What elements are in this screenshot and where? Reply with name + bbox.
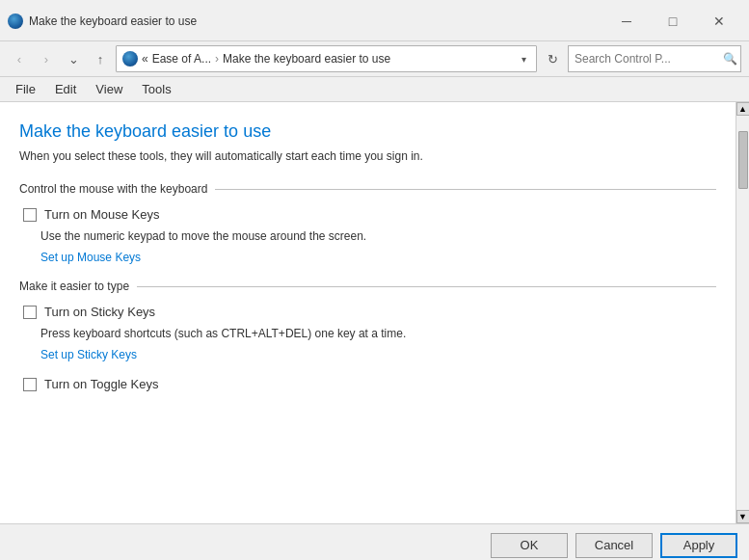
setup-mouse-keys-link[interactable]: Set up Mouse Keys — [40, 251, 716, 264]
sticky-keys-checkbox[interactable] — [23, 306, 37, 319]
menu-edit[interactable]: Edit — [47, 79, 84, 99]
dropdown-button[interactable]: ⌄ — [62, 47, 85, 70]
content-area: Make the keyboard easier to use When you… — [0, 102, 736, 523]
cancel-button[interactable]: Cancel — [575, 533, 653, 558]
breadcrumb-text: « Ease of A... › Make the keyboard easie… — [142, 52, 390, 66]
toggle-keys-label: Turn on Toggle Keys — [44, 377, 159, 391]
setup-sticky-keys-link[interactable]: Set up Sticky Keys — [40, 348, 716, 361]
search-box: 🔍 — [568, 45, 741, 72]
scrollbar-thumb[interactable] — [738, 131, 748, 189]
button-bar: OK Cancel Apply — [0, 523, 749, 560]
breadcrumb-area[interactable]: « Ease of A... › Make the keyboard easie… — [116, 45, 537, 72]
content-wrapper: Make the keyboard easier to use When you… — [0, 102, 749, 523]
minimize-button[interactable]: ─ — [604, 8, 649, 35]
up-button[interactable]: ↑ — [89, 47, 112, 70]
sticky-keys-label: Turn on Sticky Keys — [44, 305, 155, 319]
breadcrumb-separator: › — [215, 52, 219, 66]
breadcrumb-ease: Ease of A... — [152, 52, 211, 66]
section2-line — [137, 286, 716, 287]
section2-title: Make it easier to type — [19, 280, 129, 293]
menu-view[interactable]: View — [88, 79, 130, 99]
breadcrumb-globe-icon — [122, 51, 138, 67]
breadcrumb-prefix: « — [142, 52, 148, 66]
apply-button[interactable]: Apply — [660, 533, 737, 558]
mouse-keys-checkbox[interactable] — [23, 208, 37, 222]
menu-tools[interactable]: Tools — [134, 79, 178, 99]
back-button[interactable]: ‹ — [8, 47, 31, 70]
close-button[interactable]: ✕ — [697, 8, 741, 35]
sticky-keys-desc: Press keyboard shortcuts (such as CTRL+A… — [40, 327, 716, 340]
breadcrumb-current: Make the keyboard easier to use — [223, 52, 390, 66]
page-subtitle: When you select these tools, they will a… — [19, 149, 716, 163]
ok-button[interactable]: OK — [491, 533, 568, 558]
mouse-keys-label: Turn on Mouse Keys — [44, 207, 159, 222]
toggle-keys-checkbox[interactable] — [23, 378, 37, 391]
title-bar: Make the keyboard easier to use ─ □ ✕ — [0, 0, 749, 41]
scroll-down-arrow[interactable]: ▼ — [736, 510, 750, 523]
mouse-keys-desc: Use the numeric keypad to move the mouse… — [40, 229, 716, 243]
window-title: Make the keyboard easier to use — [29, 14, 604, 28]
scrollbar-track: ▲ ▼ — [736, 102, 749, 523]
sticky-keys-option-row: Turn on Sticky Keys — [23, 305, 716, 319]
mouse-keys-option-row: Turn on Mouse Keys — [23, 207, 716, 222]
page-title: Make the keyboard easier to use — [19, 121, 716, 142]
section2-header: Make it easier to type — [19, 280, 716, 293]
menu-file[interactable]: File — [8, 79, 43, 99]
section1-header: Control the mouse with the keyboard — [19, 182, 716, 196]
breadcrumb-dropdown-button[interactable]: ▾ — [518, 52, 530, 67]
forward-button[interactable]: › — [35, 47, 58, 70]
maximize-button[interactable]: □ — [651, 8, 695, 35]
search-input[interactable] — [575, 52, 719, 66]
section1-line — [215, 189, 716, 190]
address-bar: ‹ › ⌄ ↑ « Ease of A... › Make the keyboa… — [0, 41, 749, 77]
toggle-keys-option-row: Turn on Toggle Keys — [23, 377, 716, 391]
scroll-up-arrow[interactable]: ▲ — [736, 102, 750, 116]
window-controls: ─ □ ✕ — [604, 8, 741, 35]
section1-title: Control the mouse with the keyboard — [19, 182, 207, 196]
window-icon — [8, 13, 23, 29]
refresh-button[interactable]: ↻ — [541, 47, 564, 70]
menu-bar: File Edit View Tools — [0, 77, 749, 102]
search-icon[interactable]: 🔍 — [723, 52, 737, 66]
